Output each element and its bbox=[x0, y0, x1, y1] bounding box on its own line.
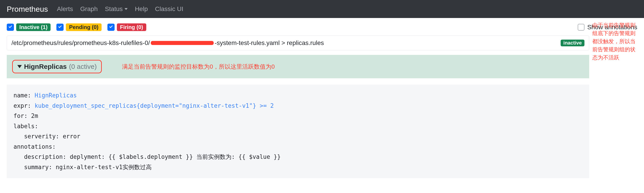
chevron-down-icon bbox=[17, 65, 22, 68]
code-line-for: for: 2m bbox=[14, 112, 38, 119]
nav-help[interactable]: Help bbox=[135, 6, 148, 13]
filter-inactive: Inactive (1) bbox=[7, 23, 50, 31]
code-line-annotations: annotations: bbox=[14, 143, 56, 150]
nav-status-label: Status bbox=[105, 6, 123, 13]
pill-inactive[interactable]: Inactive (1) bbox=[16, 23, 50, 31]
rule-definition: name: HignReplicas expr: kube_deployment… bbox=[7, 85, 589, 178]
pill-firing[interactable]: Firing (0) bbox=[117, 23, 146, 31]
rule-header-annotation: 满足当前告警规则的监控目标数为0，所以这里活跃数值为0 bbox=[122, 63, 274, 71]
check-icon bbox=[108, 25, 114, 30]
code-line-severity: serverity: error bbox=[14, 133, 80, 140]
caret-down-icon bbox=[124, 8, 128, 10]
nav-alerts[interactable]: Alerts bbox=[57, 6, 73, 13]
code-line-expr-val: kube_deployment_spec_replicas{deployment… bbox=[34, 102, 274, 109]
nav-classic-ui[interactable]: Classic UI bbox=[155, 6, 183, 13]
brand-logo[interactable]: Prometheus bbox=[7, 5, 48, 14]
code-line-description: description: deplyment: {{ $labels.deplo… bbox=[14, 153, 281, 160]
code-line-summary: summary: nginx-alter-test-v1实例数过高 bbox=[14, 164, 152, 170]
redacted-segment bbox=[151, 41, 214, 45]
rule-file-bar[interactable]: /etc/prometheus/rules/prometheus-k8s-rul… bbox=[7, 36, 589, 50]
checkbox-firing[interactable] bbox=[108, 24, 114, 31]
main-col: /etc/prometheus/rules/prometheus-k8s-rul… bbox=[7, 36, 589, 178]
rule-file-path: /etc/prometheus/rules/prometheus-k8s-rul… bbox=[12, 39, 324, 47]
filter-pending: Pending (0) bbox=[56, 23, 102, 31]
checkbox-pending[interactable] bbox=[56, 24, 64, 31]
main-row: /etc/prometheus/rules/prometheus-k8s-rul… bbox=[7, 36, 637, 178]
code-line-name-key: name: bbox=[14, 92, 34, 99]
navbar: Prometheus Alerts Graph Status Help Clas… bbox=[0, 0, 644, 18]
rule-toggle[interactable]: HignReplicas (0 active) bbox=[12, 60, 102, 73]
nav-graph[interactable]: Graph bbox=[80, 6, 98, 13]
rule-header: HignReplicas (0 active) 满足当前告警规则的监控目标数为0… bbox=[7, 55, 589, 78]
code-line-expr-key: expr: bbox=[14, 102, 34, 109]
checkbox-inactive[interactable] bbox=[7, 24, 14, 31]
code-line-labels: labels: bbox=[14, 123, 38, 130]
rule-file-status-badge: inactive bbox=[561, 40, 584, 46]
check-icon bbox=[8, 25, 13, 30]
rule-active-count: (0 active) bbox=[69, 63, 96, 70]
rule-name: HignReplicas bbox=[24, 63, 67, 70]
code-line-name-val: HignReplicas bbox=[34, 92, 77, 99]
content: Inactive (1) Pending (0) Firing (0) Show… bbox=[0, 18, 644, 183]
rule-file-prefix: /etc/prometheus/rules/prometheus-k8s-rul… bbox=[12, 39, 150, 47]
side-annotation: 由于当前告警规则组底下的告警规则都没触发，所以当前告警规则组的状态为不活跃 bbox=[592, 21, 637, 62]
rule-file-suffix: -system-test-rules.yaml > replicas.rules bbox=[214, 39, 324, 47]
nav-status[interactable]: Status bbox=[105, 6, 128, 13]
check-icon bbox=[58, 25, 62, 30]
filter-row: Inactive (1) Pending (0) Firing (0) Show… bbox=[7, 23, 637, 31]
pill-pending[interactable]: Pending (0) bbox=[66, 23, 102, 31]
filter-firing: Firing (0) bbox=[108, 23, 146, 31]
checkbox-show-annotations[interactable] bbox=[578, 24, 584, 31]
